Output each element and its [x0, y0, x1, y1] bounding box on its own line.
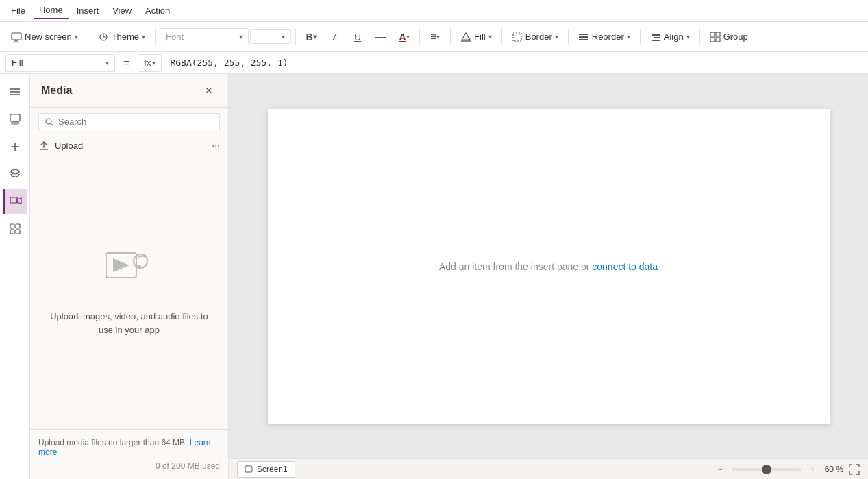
svg-rect-13 — [710, 38, 715, 42]
separator-8 — [640, 29, 641, 45]
svg-rect-25 — [16, 224, 20, 228]
svg-rect-19 — [12, 122, 18, 124]
svg-point-37 — [143, 254, 146, 257]
canvas-frame[interactable]: Add an item from the insert pane or conn… — [268, 109, 830, 424]
theme-button[interactable]: Theme ▾ — [92, 29, 151, 45]
sidebar-icon-layers[interactable] — [3, 107, 27, 132]
media-panel-footer: Upload media files no larger than 64 MB.… — [30, 429, 228, 479]
zoom-slider[interactable] — [732, 468, 801, 471]
formula-fx-button[interactable]: fx ▾ — [138, 54, 162, 72]
canvas-hint: Add an item from the insert pane or conn… — [439, 261, 658, 272]
align-right-chevron: ▾ — [686, 33, 690, 40]
sidebar-icon-data[interactable] — [3, 162, 27, 186]
italic-button[interactable]: / — [323, 27, 345, 47]
svg-rect-11 — [710, 32, 715, 36]
menu-action[interactable]: Action — [140, 3, 175, 19]
menu-home[interactable]: Home — [34, 2, 69, 19]
separator-1 — [88, 29, 88, 45]
formula-value[interactable]: RGBA(255, 255, 255, 1) — [164, 56, 863, 69]
border-icon — [512, 32, 523, 42]
separator-5 — [450, 29, 451, 45]
main-content: Media ✕ Upload ··· — [0, 74, 868, 479]
connect-to-data-link[interactable]: connect to data — [592, 261, 658, 272]
media-empty-icon — [105, 247, 154, 299]
screen-label: Screen1 — [257, 465, 288, 474]
upload-row[interactable]: Upload ··· — [30, 136, 228, 155]
svg-rect-5 — [579, 34, 588, 35]
zoom-slider-thumb[interactable] — [762, 465, 771, 474]
sidebar-icon-add[interactable] — [3, 134, 27, 159]
svg-rect-12 — [716, 32, 720, 36]
svg-rect-24 — [10, 224, 14, 228]
group-icon — [710, 32, 721, 42]
media-panel-title: Media — [41, 84, 72, 97]
screen-tab-icon — [245, 465, 253, 474]
group-button[interactable]: Group — [704, 29, 754, 45]
formula-bar: Fill ▾ = fx ▾ RGBA(255, 255, 255, 1) — [0, 52, 868, 74]
svg-rect-10 — [652, 40, 660, 41]
search-input[interactable] — [58, 116, 214, 127]
upload-icon — [38, 140, 49, 151]
separator-3 — [295, 29, 296, 45]
media-panel-header: Media ✕ — [30, 74, 228, 108]
font-chevron: ▾ — [239, 33, 243, 40]
media-search-box[interactable] — [38, 113, 220, 130]
separator-4 — [419, 29, 420, 45]
new-screen-button[interactable]: New screen ▾ — [5, 29, 84, 45]
formula-dropdown[interactable]: Fill ▾ — [5, 54, 115, 72]
reorder-button[interactable]: Reorder ▾ — [573, 29, 636, 45]
media-empty-state: Upload images, video, and audio files to… — [30, 155, 228, 429]
align-right-icon — [650, 32, 661, 42]
border-chevron: ▾ — [555, 33, 558, 40]
sidebar-icon-media[interactable] — [3, 189, 27, 214]
fill-button[interactable]: Fill ▾ — [455, 29, 497, 45]
canvas-container[interactable]: Add an item from the insert pane or conn… — [229, 74, 868, 458]
zoom-out-button[interactable]: − — [714, 463, 727, 476]
svg-rect-8 — [652, 34, 660, 36]
svg-rect-27 — [16, 230, 20, 234]
underline-button[interactable]: U — [347, 27, 369, 47]
storage-info: 0 of 200 MB used — [38, 461, 220, 471]
media-footer-message: Upload media files no larger than 64 MB.… — [38, 438, 220, 457]
screen-icon — [11, 32, 22, 42]
media-panel: Media ✕ Upload ··· — [30, 74, 229, 479]
canvas-area: Add an item from the insert pane or conn… — [229, 74, 868, 479]
size-dropdown[interactable]: ▾ — [250, 29, 291, 44]
size-chevron: ▾ — [282, 33, 285, 40]
strikethrough-button[interactable]: — — [370, 27, 392, 47]
svg-point-22 — [11, 170, 19, 173]
bottom-bar: Screen1 − + 60 % — [229, 458, 868, 479]
align-button[interactable]: ≡ ▾ — [424, 27, 446, 47]
svg-marker-33 — [113, 258, 129, 272]
svg-rect-26 — [10, 230, 14, 234]
menu-insert[interactable]: Insert — [71, 3, 105, 19]
zoom-in-button[interactable]: + — [806, 463, 819, 476]
search-icon — [45, 117, 54, 127]
separator-9 — [699, 29, 700, 45]
fullscreen-icon[interactable] — [849, 464, 860, 475]
sidebar-icon-menu[interactable] — [3, 79, 27, 104]
separator-2 — [155, 29, 156, 45]
upload-left: Upload — [38, 140, 83, 151]
separator-7 — [568, 29, 569, 45]
font-dropdown[interactable]: Font ▾ — [160, 28, 249, 45]
sidebar-icon-components[interactable] — [3, 217, 27, 241]
screen-tab[interactable]: Screen1 — [237, 461, 295, 478]
media-empty-text: Upload images, video, and audio files to… — [44, 310, 214, 336]
svg-rect-23 — [10, 197, 17, 203]
svg-point-36 — [137, 265, 141, 269]
formula-dropdown-chevron: ▾ — [106, 59, 109, 66]
font-color-button[interactable]: A ▾ — [393, 27, 415, 47]
reorder-chevron: ▾ — [627, 33, 630, 40]
media-panel-close-button[interactable]: ✕ — [201, 82, 217, 99]
svg-rect-3 — [461, 40, 471, 42]
bold-button[interactable]: B ▾ — [300, 27, 322, 47]
svg-rect-6 — [579, 36, 588, 38]
menu-view[interactable]: View — [107, 3, 137, 19]
upload-more-button[interactable]: ··· — [212, 140, 220, 151]
theme-chevron: ▾ — [142, 33, 145, 40]
border-button[interactable]: Border ▾ — [506, 29, 564, 45]
svg-rect-9 — [654, 37, 660, 38]
menu-file[interactable]: File — [5, 3, 31, 19]
align-right-button[interactable]: Align ▾ — [645, 29, 695, 45]
